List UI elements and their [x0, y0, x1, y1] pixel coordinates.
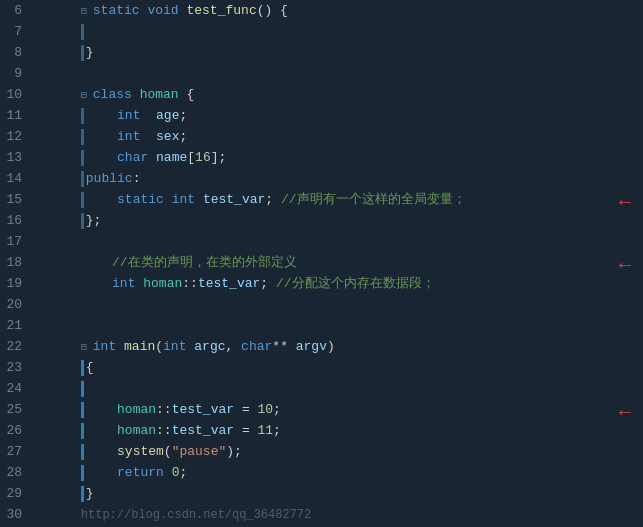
- code-line-30: 30 http://blog.csdn.net/qq_36482772: [0, 504, 643, 525]
- line-number: 21: [0, 318, 30, 333]
- code-editor: 6 ⊟static void test_func() { 7 8 } 9 10 …: [0, 0, 643, 527]
- line-number: 14: [0, 171, 30, 186]
- line-number: 19: [0, 276, 30, 291]
- line-number: 20: [0, 297, 30, 312]
- line-content: [30, 294, 643, 315]
- code-line-16: 16 };: [0, 210, 643, 231]
- line-number: 22: [0, 339, 30, 354]
- line-number: 13: [0, 150, 30, 165]
- line-number: 7: [0, 24, 30, 39]
- line-number: 10: [0, 87, 30, 102]
- line-number: 23: [0, 360, 30, 375]
- line-number: 6: [0, 3, 30, 18]
- line-number: 30: [0, 507, 30, 522]
- line-number: 8: [0, 45, 30, 60]
- line-number: 25: [0, 402, 30, 417]
- line-number: 16: [0, 213, 30, 228]
- line-number: 29: [0, 486, 30, 501]
- code-line-20: 20: [0, 294, 643, 315]
- line-number: 12: [0, 129, 30, 144]
- line-number: 11: [0, 108, 30, 123]
- line-content: http://blog.csdn.net/qq_36482772: [30, 483, 627, 528]
- line-number: 24: [0, 381, 30, 396]
- line-number: 15: [0, 192, 30, 207]
- line-number: 18: [0, 255, 30, 270]
- line-number: 9: [0, 66, 30, 81]
- line-number: 26: [0, 423, 30, 438]
- line-number: 28: [0, 465, 30, 480]
- code-line-19: 19 int homan::test_var; //分配这个内存在数据段；: [0, 273, 643, 294]
- line-number: 17: [0, 234, 30, 249]
- code-line-8: 8 }: [0, 42, 643, 63]
- watermark-text: http://blog.csdn.net/qq_36482772: [81, 508, 311, 522]
- line-number: 27: [0, 444, 30, 459]
